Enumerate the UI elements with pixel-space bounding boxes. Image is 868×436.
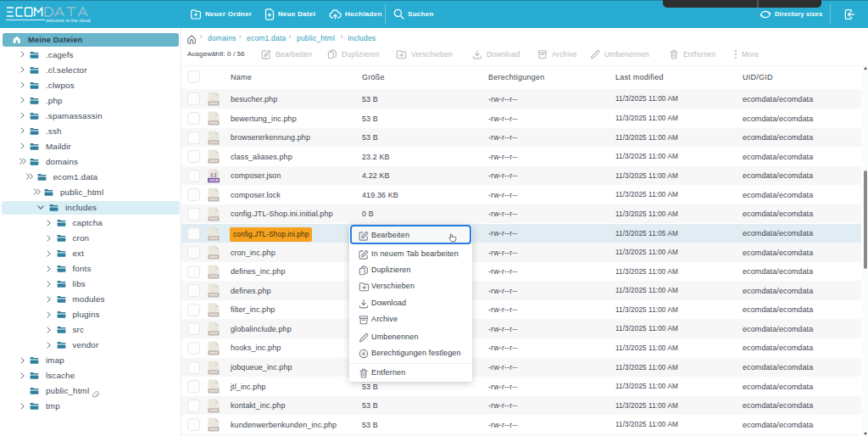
svg-text:{:}: {:} xyxy=(211,171,217,177)
svg-text:JSON: JSON xyxy=(209,178,218,182)
